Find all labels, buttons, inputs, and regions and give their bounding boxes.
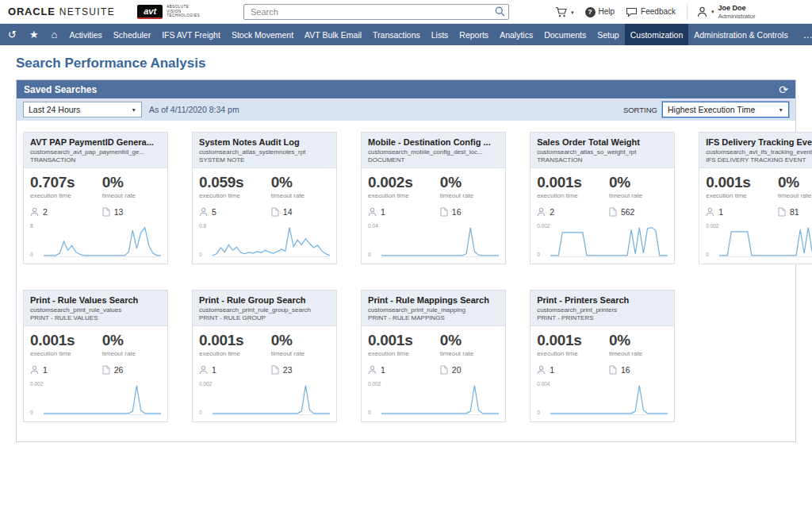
users-count-value: 1 bbox=[212, 365, 216, 375]
saved-search-card[interactable]: Sales Order Total Weight customsearch_at… bbox=[530, 132, 675, 264]
saved-search-card[interactable]: AVT PAP PaymentID Genera... customsearch… bbox=[23, 132, 168, 264]
nav-item-activities[interactable]: Activities bbox=[63, 24, 107, 45]
execution-time-metric: 0.707s execution time bbox=[30, 174, 102, 199]
saved-search-card[interactable]: Print - Rule Group Search customsearch_p… bbox=[192, 290, 337, 422]
nav-item-analytics[interactable]: Analytics bbox=[494, 24, 538, 45]
nav-item-scheduler[interactable]: Scheduler bbox=[108, 24, 156, 45]
saved-search-card[interactable]: IFS Delivery Tracking Event ... customse… bbox=[699, 132, 812, 264]
saved-search-card[interactable]: Print - Rule Mappings Search customsearc… bbox=[361, 290, 506, 422]
sparkline-ymax-label: 8 bbox=[30, 224, 42, 229]
shortcuts-star-icon[interactable]: ★ bbox=[23, 24, 45, 45]
execution-time-metric: 0.059s execution time bbox=[199, 174, 271, 199]
help-button[interactable]: ? Help bbox=[585, 7, 615, 17]
card-search-id: customsearch_mobile_config_dest_loc... bbox=[368, 148, 499, 156]
nav-item-customization[interactable]: Customization bbox=[625, 24, 689, 45]
timeout-rate-value: 0% bbox=[440, 174, 499, 191]
person-icon bbox=[30, 365, 39, 375]
saved-search-card[interactable]: Mobile - Destination Config ... customse… bbox=[361, 132, 506, 264]
users-count-value: 1 bbox=[550, 365, 554, 375]
nav-item-reports[interactable]: Reports bbox=[454, 24, 494, 45]
sorting-select[interactable]: Highest Execution Time ▼ bbox=[662, 102, 789, 117]
person-icon bbox=[537, 207, 546, 217]
users-count-value: 1 bbox=[718, 207, 723, 217]
user-menu[interactable]: ▾ Joe Doe Administrator bbox=[687, 4, 756, 20]
sparkline-chart bbox=[44, 382, 161, 415]
nav-item-setup[interactable]: Setup bbox=[592, 24, 624, 45]
runs-count-value: 14 bbox=[283, 207, 293, 217]
runs-count-value: 16 bbox=[621, 365, 630, 375]
nav-more-button[interactable]: … bbox=[794, 24, 812, 45]
card-search-id: customsearch_print_rule_values bbox=[30, 306, 161, 314]
users-count-value: 1 bbox=[381, 365, 385, 375]
global-search-input[interactable] bbox=[243, 4, 509, 20]
timeout-rate-label: timeout rate bbox=[609, 350, 668, 357]
timeout-rate-value: 0% bbox=[271, 332, 330, 349]
execution-time-value: 0.707s bbox=[30, 174, 102, 191]
help-label: Help bbox=[599, 8, 615, 16]
runs-count: 16 bbox=[440, 207, 499, 217]
nav-item-transactions[interactable]: Transactions bbox=[367, 24, 426, 45]
file-icon bbox=[440, 207, 448, 217]
runs-count: 20 bbox=[440, 365, 499, 375]
person-icon bbox=[199, 207, 208, 217]
create-new-menu[interactable]: ▾ bbox=[555, 6, 574, 17]
chevron-down-icon: ▼ bbox=[132, 107, 136, 113]
card-header: Print - Printers Search customsearch_pri… bbox=[530, 291, 674, 326]
execution-time-label: execution time bbox=[368, 350, 440, 357]
sparkline-chart bbox=[550, 224, 668, 257]
sorting-value: Highest Execution Time bbox=[668, 105, 755, 114]
execution-sparkline: 0.002 0 bbox=[368, 382, 499, 415]
timeout-rate-label: timeout rate bbox=[271, 350, 330, 357]
execution-sparkline: 0.002 0 bbox=[537, 224, 668, 257]
user-name: Joe Doe bbox=[718, 4, 756, 13]
execution-time-label: execution time bbox=[30, 192, 102, 199]
users-count: 1 bbox=[537, 365, 609, 375]
saved-search-card[interactable]: Print - Rule Values Search customsearch_… bbox=[23, 290, 168, 422]
recent-records-icon[interactable]: ↺ bbox=[2, 24, 23, 45]
nav-item-avt-bulk-email[interactable]: AVT Bulk Email bbox=[299, 24, 367, 45]
nav-items: ActivitiesSchedulerIFS AVT FreightStock … bbox=[63, 24, 793, 45]
card-search-id: customsearch_atlas_so_weight_rpt bbox=[537, 148, 668, 156]
nav-item-lists[interactable]: Lists bbox=[426, 24, 454, 45]
feedback-button[interactable]: Feedback bbox=[626, 7, 676, 17]
card-record-type: PRINT - RULE GROUP bbox=[199, 314, 330, 321]
card-metrics: 0.001s execution time 0% timeout rate bbox=[537, 332, 668, 357]
execution-time-label: execution time bbox=[537, 350, 609, 357]
home-icon[interactable]: ⌂ bbox=[45, 24, 64, 45]
saved-search-card[interactable]: Print - Printers Search customsearch_pri… bbox=[530, 290, 675, 422]
nav-item-administration-controls[interactable]: Administration & Controls bbox=[688, 24, 793, 45]
saved-search-card[interactable]: System Notes Audit Log customsearch_atla… bbox=[192, 132, 337, 264]
nav-item-documents[interactable]: Documents bbox=[538, 24, 592, 45]
card-metrics: 0.001s execution time 0% timeout rate bbox=[537, 174, 668, 199]
card-counts: 2 13 bbox=[30, 207, 161, 217]
card-counts: 1 26 bbox=[30, 365, 161, 375]
card-record-type: PRINT - PRINTERS bbox=[537, 314, 668, 321]
avt-logo-lines: ABSOLUTE VISION TECHNOLOGIES bbox=[167, 5, 200, 19]
sparkline-path bbox=[213, 386, 330, 414]
file-icon bbox=[271, 365, 279, 375]
card-body: 0.001s execution time 0% timeout rate 1 … bbox=[24, 326, 167, 421]
search-icon[interactable] bbox=[495, 6, 505, 17]
sparkline-path bbox=[719, 228, 812, 256]
refresh-icon[interactable]: ⟳ bbox=[779, 84, 788, 95]
sparkline-ymin-label: 0 bbox=[30, 410, 42, 416]
nav-item-stock-movement[interactable]: Stock Movement bbox=[226, 24, 299, 45]
sparkline-axis-labels: 0.004 0 bbox=[537, 382, 550, 415]
runs-count: 81 bbox=[778, 207, 812, 217]
runs-count-value: 16 bbox=[452, 207, 462, 217]
users-count: 1 bbox=[368, 207, 440, 217]
timeout-rate-value: 0% bbox=[440, 332, 499, 349]
user-role: Administrator bbox=[718, 13, 756, 21]
panel-header: Saved Searches ⟳ bbox=[17, 80, 795, 98]
nav-item-ifs-avt-freight[interactable]: IFS AVT Freight bbox=[156, 24, 226, 45]
timeout-rate-label: timeout rate bbox=[609, 192, 668, 199]
runs-count: 14 bbox=[271, 207, 330, 217]
oracle-netsuite-logo[interactable]: ORACLE NETSUITE bbox=[8, 6, 115, 17]
users-count-value: 2 bbox=[43, 207, 48, 217]
feedback-icon bbox=[626, 7, 638, 17]
date-range-select[interactable]: Last 24 Hours ▼ bbox=[23, 102, 142, 117]
timeout-rate-metric: 0% timeout rate bbox=[271, 332, 330, 357]
create-new-icon bbox=[555, 6, 568, 17]
topbar: ORACLE NETSUITE avt ABSOLUTE VISION TECH… bbox=[0, 0, 812, 24]
users-count-value: 2 bbox=[550, 207, 554, 217]
